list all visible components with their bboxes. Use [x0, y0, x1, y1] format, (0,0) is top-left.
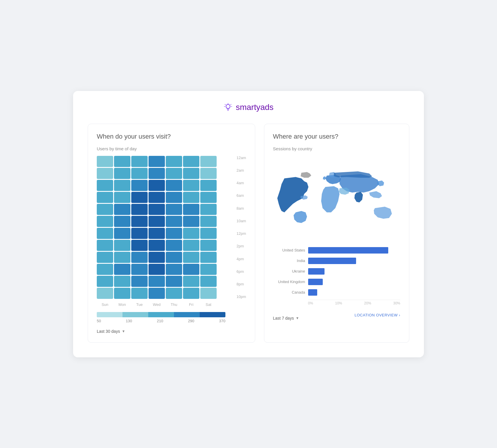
heatmap-cell [200, 288, 217, 299]
heatmap-cell [114, 216, 130, 227]
world-map [273, 156, 400, 238]
heatmap-legend: 50 130 210 290 370 [97, 312, 246, 323]
legend-numbers: 50 130 210 290 370 [97, 319, 225, 323]
heatmap-time-label: 8am [237, 206, 246, 210]
heatmap-time-label: 12am [237, 156, 246, 160]
heatmap-cell [97, 288, 113, 299]
heatmap-cell [166, 276, 182, 287]
heatmap-cell [183, 276, 199, 287]
heatmap-cell [166, 288, 182, 299]
heatmap-cell [149, 192, 165, 203]
bar-track [308, 289, 400, 296]
heatmap-cell [114, 180, 130, 191]
heatmap-cell [166, 180, 182, 191]
right-footer-label: Last 7 days [273, 316, 294, 321]
heatmap-grid [97, 156, 234, 299]
heatmap-cell [200, 180, 217, 191]
lightbulb-icon [223, 103, 233, 112]
bar-fill [308, 258, 356, 264]
svg-point-0 [226, 104, 230, 108]
heatmap-time-labels: 12am2am4am6am8am10am12pm2pm4pm6pm8pm10pm [234, 156, 246, 299]
left-panel-footer[interactable]: Last 30 days ▼ [97, 329, 246, 334]
heatmap-cell [183, 240, 199, 251]
heatmap-section: Users by time of day SunMonTueWedThuFriS… [97, 146, 246, 323]
legend-val-2: 130 [126, 319, 132, 323]
right-panel: Where are your users? Sessions by countr… [264, 124, 409, 343]
heatmap-cell [149, 288, 165, 299]
bar-row: United States [273, 247, 400, 254]
heatmap-cell [149, 228, 165, 239]
heatmap-cell [114, 288, 130, 299]
heatmap-cell [183, 180, 199, 191]
left-panel-title: When do your users visit? [97, 133, 246, 140]
bar-track [308, 258, 400, 264]
bar-fill [308, 268, 325, 275]
location-overview-link[interactable]: LOCATION OVERVIEW › [355, 313, 400, 317]
heatmap-cell [131, 168, 148, 179]
heatmap-cell [114, 252, 130, 263]
heatmap-cell [131, 192, 148, 203]
heatmap-cell [200, 240, 217, 251]
bar-label: Canada [273, 290, 305, 294]
legend-val-4: 290 [188, 319, 194, 323]
bar-fill [308, 247, 388, 254]
heatmap-day-label: Tue [131, 302, 148, 307]
heatmap-cell [131, 288, 148, 299]
axis-label: 10% [335, 301, 342, 305]
heatmap-cell [149, 168, 165, 179]
heatmap-cell [131, 216, 148, 227]
heatmap-cell [149, 216, 165, 227]
bar-fill [308, 289, 317, 296]
heatmap-cell [97, 180, 113, 191]
right-footer-label-area[interactable]: Last 7 days ▼ [273, 316, 299, 321]
heatmap-cell [97, 240, 113, 251]
dropdown-arrow-icon: ▼ [122, 329, 125, 333]
country-bar-chart: United StatesIndiaUkraineUnited KingdomC… [273, 247, 400, 296]
heatmap-time-label: 10pm [237, 295, 246, 299]
right-panel-footer: Last 7 days ▼ LOCATION OVERVIEW › [273, 310, 400, 321]
left-panel: When do your users visit? Users by time … [88, 124, 255, 343]
main-card: smartyads When do your users visit? User… [73, 91, 424, 357]
axis-label: 20% [364, 301, 371, 305]
heatmap-cell [166, 156, 182, 167]
heatmap-cell [114, 264, 130, 275]
heatmap-cell [183, 156, 199, 167]
heatmap-cell [97, 276, 113, 287]
legend-val-3: 210 [157, 319, 163, 323]
heatmap-cell [183, 228, 199, 239]
heatmap-time-label: 12pm [237, 232, 246, 235]
heatmap-cell [131, 276, 148, 287]
heatmap-cell [131, 252, 148, 263]
heatmap-cell [97, 252, 113, 263]
heatmap-day-labels: SunMonTueWedThuFriSat [97, 302, 234, 307]
chevron-right-icon: › [399, 313, 400, 317]
heatmap-cell [149, 276, 165, 287]
map-chart-title: Sessions by country [273, 146, 400, 151]
heatmap-cell [114, 204, 130, 215]
legend-segment-1 [97, 312, 122, 317]
heatmap-cell [200, 204, 217, 215]
heatmap-cell [200, 228, 217, 239]
heatmap-cell [114, 168, 130, 179]
heatmap-cell [166, 228, 182, 239]
heatmap-day-label: Wed [149, 302, 165, 307]
bar-label: United States [273, 248, 305, 252]
heatmap-cell [166, 252, 182, 263]
heatmap-cell [114, 156, 130, 167]
svg-line-3 [225, 104, 226, 105]
legend-val-5: 370 [219, 319, 225, 323]
heatmap-cell [200, 276, 217, 287]
bar-label: India [273, 259, 305, 263]
heatmap-day-label: Sun [97, 302, 113, 307]
panels-container: When do your users visit? Users by time … [88, 124, 409, 343]
heatmap-cell [200, 192, 217, 203]
heatmap-cell [131, 240, 148, 251]
heatmap-cell [166, 264, 182, 275]
heatmap-cell [183, 192, 199, 203]
heatmap-cell [149, 156, 165, 167]
bar-row: Canada [273, 289, 400, 296]
heatmap-cell [183, 168, 199, 179]
heatmap-cell [166, 192, 182, 203]
legend-val-1: 50 [97, 319, 101, 323]
logo-area: smartyads [88, 103, 409, 112]
